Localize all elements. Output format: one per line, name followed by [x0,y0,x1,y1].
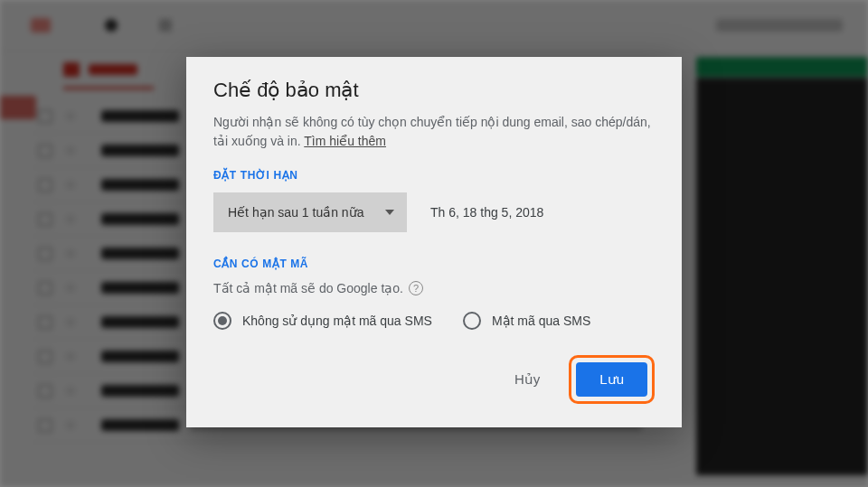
section-expiry-label: ĐẶT THỜI HẠN [213,169,655,182]
expiry-date: Th 6, 18 thg 5, 2018 [430,205,543,220]
radio-dot-icon [213,312,231,330]
expiry-row: Hết hạn sau 1 tuần nữa Th 6, 18 thg 5, 2… [213,192,655,232]
expiry-dropdown[interactable]: Hết hạn sau 1 tuần nữa [213,192,407,232]
radio-no-sms[interactable]: Không sử dụng mật mã qua SMS [213,312,432,330]
save-highlight: Lưu [569,355,655,404]
modal-title: Chế độ bảo mật [213,79,655,102]
radio-sms-label: Mật mã qua SMS [492,314,590,328]
modal-description: Người nhận sẽ không có tùy chọn chuyển t… [213,113,655,151]
learn-more-link[interactable]: Tìm hiểu thêm [304,134,386,148]
section-passcode-label: CẦN CÓ MẬT MÃ [213,258,655,270]
modal-actions: Hủy Lưu [213,355,655,404]
modal-description-text: Người nhận sẽ không có tùy chọn chuyển t… [213,115,651,148]
cancel-button[interactable]: Hủy [504,362,551,397]
expiry-dropdown-value: Hết hạn sau 1 tuần nữa [228,205,363,220]
chevron-down-icon [385,210,394,215]
help-icon[interactable]: ? [409,281,423,295]
save-button[interactable]: Lưu [576,362,647,397]
radio-no-sms-label: Không sử dụng mật mã qua SMS [242,314,432,328]
passcode-radio-group: Không sử dụng mật mã qua SMS Mật mã qua … [213,312,655,330]
passcode-note: Tất cả mật mã sẽ do Google tạo. ? [213,281,655,295]
radio-sms[interactable]: Mật mã qua SMS [463,312,590,330]
radio-dot-icon [463,312,481,330]
confidential-mode-modal: Chế độ bảo mật Người nhận sẽ không có tù… [186,57,682,427]
passcode-note-text: Tất cả mật mã sẽ do Google tạo. [213,281,403,295]
